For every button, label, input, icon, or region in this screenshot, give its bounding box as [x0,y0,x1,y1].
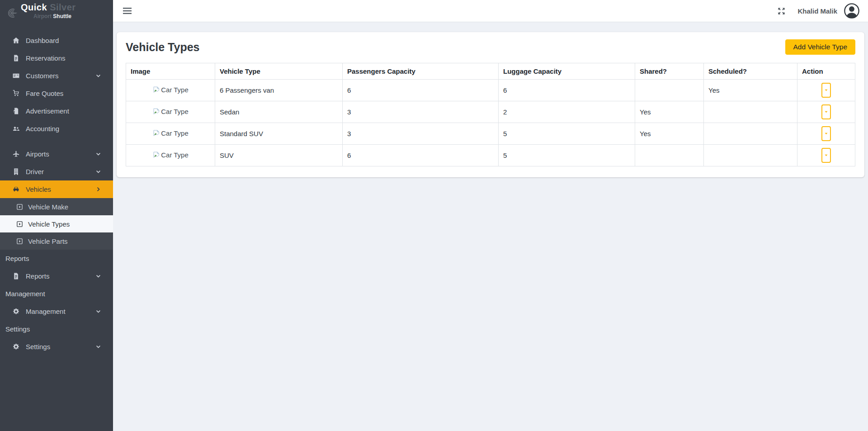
chevron-down-icon [95,151,101,157]
chevron-down-icon [95,273,101,279]
add-vehicle-type-button[interactable]: Add Vehicle Type [785,39,856,55]
sidebar-item-settings[interactable]: Settings [0,338,113,355]
hamburger-menu-icon[interactable] [123,7,132,14]
vehicle-table-body: Car Type6 Passengers van66YesCar TypeSed… [126,80,855,166]
sidebar-item-label: Reservations [26,54,107,62]
broken-image-icon [152,129,160,137]
caret-square-icon [16,238,24,245]
sidebar-item-label: Reports [26,272,95,280]
brand-text: Quick Silver Airport Shuttle [21,3,76,19]
sidebar-item-accounting[interactable]: Accounting [0,120,113,137]
sidebar-item-label: Vehicles [26,185,95,193]
shared-cell [635,145,704,166]
image-cell: Car Type [126,101,215,123]
sidebar-nav: DashboardReservationsCustomersFare Quote… [0,22,113,355]
vehicle-type-cell: Standard SUV [215,123,343,145]
vehicle-type-cell: SUV [215,145,343,166]
column-header-action: Action [797,63,855,80]
scheduled-cell [704,145,797,166]
sidebar-item-reservations[interactable]: Reservations [0,49,113,67]
advertisement-icon [12,107,20,115]
sidebar-item-label: Advertisement [26,107,107,115]
row-action-dropdown-button[interactable] [821,148,831,163]
image-alt-text: Car Type [161,108,189,115]
image-cell: Car Type [126,80,215,101]
shared-cell: Yes [635,123,704,145]
column-header-scheduled: Scheduled? [704,63,797,80]
building-icon [12,168,20,175]
sidebar-subitem-vehicle-types[interactable]: Vehicle Types [0,215,113,232]
reservations-icon [12,54,20,62]
gear-icon [12,343,20,350]
passengers-cell: 3 [343,101,499,123]
luggage-cell: 5 [499,145,635,166]
sidebar-item-customers[interactable]: Customers [0,67,113,85]
sidebar: Quick Silver Airport Shuttle DashboardRe… [0,0,113,431]
vehicle-type-cell: Sedan [215,101,343,123]
image-cell: Car Type [126,145,215,166]
sidebar-submenu: Vehicle MakeVehicle TypesVehicle Parts [0,198,113,250]
luggage-cell: 5 [499,123,635,145]
chevron-right-icon [95,186,101,192]
sidebar-item-advertisement[interactable]: Advertisement [0,102,113,120]
sidebar-subitem-label: Vehicle Types [28,220,107,228]
brand-logo[interactable]: Quick Silver Airport Shuttle [0,0,113,22]
sidebar-item-label: Settings [26,343,95,350]
sidebar-section-header: Reports [0,250,113,267]
action-cell [797,101,855,123]
main-area: Khalid Malik Vehicle Types Add Vehicle T… [113,0,868,431]
scheduled-cell [704,101,797,123]
sidebar-item-dashboard[interactable]: Dashboard [0,32,113,49]
sidebar-item-airports[interactable]: Airports [0,145,113,163]
caret-down-icon [824,88,829,93]
customers-icon [12,72,20,80]
page-title: Vehicle Types [126,41,200,54]
luggage-cell: 6 [499,80,635,101]
sidebar-item-label: Driver [26,168,95,175]
top-navbar: Khalid Malik [113,0,868,22]
action-cell [797,80,855,101]
sidebar-item-management[interactable]: Management [0,303,113,320]
caret-down-icon [824,131,829,136]
scheduled-cell [704,123,797,145]
gear-icon [12,308,20,315]
sidebar-item-fare-quotes[interactable]: Fare Quotes [0,85,113,102]
airplane-icon [12,150,20,158]
table-row: Car TypeSUV65 [126,145,855,166]
table-row: Car TypeSedan32Yes [126,101,855,123]
caret-square-icon [16,204,24,210]
fullscreen-icon[interactable] [777,7,786,15]
user-avatar-icon[interactable] [844,3,860,19]
passengers-cell: 6 [343,80,499,101]
sidebar-item-driver[interactable]: Driver [0,163,113,180]
sidebar-item-vehicles[interactable]: Vehicles [0,180,113,198]
home-icon [12,37,20,44]
sidebar-subitem-vehicle-make[interactable]: Vehicle Make [0,198,113,215]
row-action-dropdown-button[interactable] [821,104,831,119]
shared-cell: Yes [635,101,704,123]
action-cell [797,123,855,145]
shared-cell [635,80,704,101]
luggage-cell: 2 [499,101,635,123]
passengers-cell: 6 [343,145,499,166]
column-header-image: Image [126,63,215,80]
broken-image-icon [152,108,160,115]
row-action-dropdown-button[interactable] [821,83,831,98]
chevron-down-icon [95,73,101,79]
image-alt-text: Car Type [161,151,189,159]
row-action-dropdown-button[interactable] [821,126,831,141]
accounting-icon [12,125,20,133]
sidebar-item-label: Dashboard [26,37,107,44]
table-header-row: ImageVehicle TypePassengers CapacityLugg… [126,63,855,80]
fare-quotes-icon [12,90,20,97]
chevron-down-icon [95,308,101,314]
caret-down-icon [824,153,829,158]
sidebar-subitem-vehicle-parts[interactable]: Vehicle Parts [0,232,113,250]
brand-swirl-icon [5,7,19,19]
sidebar-item-label: Management [26,308,95,315]
image-cell: Car Type [126,123,215,145]
sidebar-section-header: Settings [0,320,113,338]
sidebar-item-reports[interactable]: Reports [0,267,113,285]
image-alt-text: Car Type [161,129,189,137]
column-header-luggage: Luggage Capacity [499,63,635,80]
